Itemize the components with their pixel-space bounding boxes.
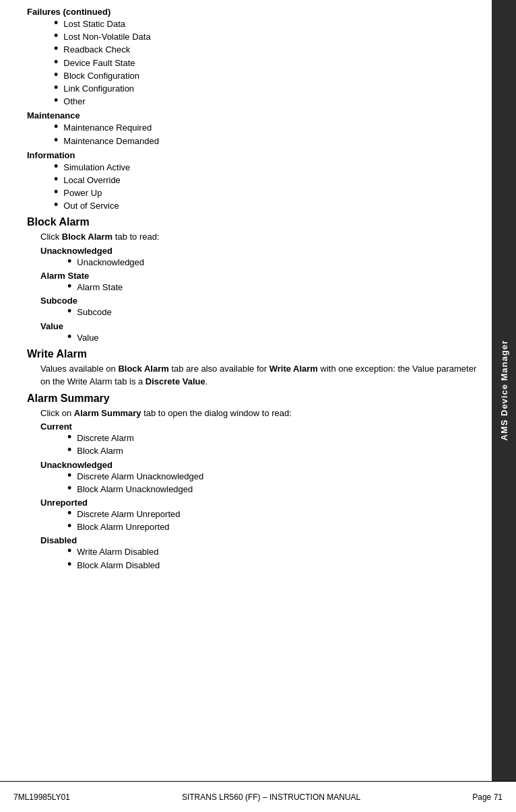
failures-continued-header: Failures (continued) [27, 7, 478, 17]
list-item: • Block Alarm Unacknowledged [27, 483, 478, 496]
bullet-dot: • [67, 520, 71, 532]
list-item: • Power Up [27, 187, 478, 199]
footer-center: SITRANS LR560 (FF) – INSTRUCTION MANUAL [182, 792, 360, 802]
disabled-list: • Write Alarm Disabled • Block Alarm Dis… [27, 546, 478, 571]
bullet-text: Link Configuration [63, 83, 134, 95]
disabled-header: Disabled [40, 535, 478, 545]
bullet-dot: • [67, 469, 71, 481]
bullet-text: Lost Static Data [63, 18, 125, 30]
bullet-dot: • [54, 42, 58, 55]
list-item: • Lost Static Data [27, 18, 478, 30]
subcode-list: • Subcode [27, 306, 478, 318]
value-header: Value [40, 321, 478, 331]
list-item: • Block Alarm Disabled [27, 560, 478, 572]
bullet-text: Block Alarm [77, 445, 123, 457]
list-item: • Out of Service [27, 200, 478, 212]
current-header: Current [40, 421, 478, 432]
bullet-text: Simulation Active [63, 162, 130, 174]
bullet-text: Discrete Alarm [77, 432, 134, 444]
bullet-dot: • [54, 134, 58, 146]
bullet-dot: • [54, 199, 58, 211]
bullet-dot: • [54, 17, 58, 29]
list-item: • Local Override [27, 174, 478, 187]
bullet-dot: • [54, 94, 58, 106]
list-item: • Readback Check [27, 44, 478, 56]
value-list: • Value [27, 332, 478, 344]
bullet-text: Alarm State [77, 281, 123, 294]
bullet-text: Block Alarm Disabled [77, 560, 160, 572]
bullet-dot: • [54, 160, 58, 172]
write-alarm-bold2: Write Alarm [269, 364, 318, 374]
list-item: • Simulation Active [27, 162, 478, 174]
alarm-summary-header: Alarm Summary [27, 393, 478, 405]
bullet-dot: • [67, 482, 71, 494]
bullet-text: Maintenance Required [63, 122, 152, 134]
bullet-dot: • [54, 30, 58, 42]
current-list: • Discrete Alarm • Block Alarm [27, 432, 478, 457]
bullet-text: Unacknowledged [77, 257, 144, 269]
alarm-summary-intro: Click on Alarm Summary tab to open the d… [40, 407, 478, 420]
list-item: • Subcode [27, 306, 478, 318]
subcode-header: Subcode [40, 296, 478, 306]
bullet-text: Discrete Alarm Unacknowledged [77, 471, 203, 483]
list-item: • Device Fault State [27, 57, 478, 69]
list-item: • Discrete Alarm Unacknowledged [27, 471, 478, 483]
bullet-text: Local Override [63, 174, 121, 187]
unacknowledged2-list: • Discrete Alarm Unacknowledged • Block … [27, 471, 478, 496]
intro-text-rest: tab to read: [112, 232, 159, 242]
alarm-state-header: Alarm State [40, 271, 478, 281]
bullet-dot: • [67, 431, 71, 443]
bullet-dot: • [67, 545, 71, 557]
bullet-text: Readback Check [63, 44, 130, 56]
bullet-text: Block Configuration [63, 70, 139, 82]
bullet-text: Power Up [63, 187, 102, 199]
bullet-dot: • [54, 69, 58, 81]
list-item: • Alarm State [27, 281, 478, 294]
information-list: • Simulation Active • Local Override • P… [27, 162, 478, 213]
bullet-text: Other [63, 96, 86, 108]
list-item: • Unacknowledged [27, 257, 478, 269]
write-alarm-text2: tab are also available for [169, 364, 269, 374]
bullet-text: Block Alarm Unreported [77, 521, 169, 533]
unreported-list: • Discrete Alarm Unreported • Block Alar… [27, 508, 478, 533]
footer-left: 7ML19985LY01 [13, 792, 70, 802]
bullet-text: Device Fault State [63, 57, 135, 69]
alarm-summary-bold1: Alarm Summary [74, 408, 141, 418]
bullet-text: Lost Non-Volatile Data [63, 31, 150, 43]
unacknowledged-list: • Unacknowledged [27, 257, 478, 269]
bullet-dot: • [67, 444, 71, 456]
alarm-summary-text1: Click on [40, 408, 74, 418]
unacknowledged2-header: Unacknowledged [40, 460, 478, 470]
list-item: • Block Alarm [27, 445, 478, 457]
unreported-header: Unreported [40, 498, 478, 508]
maintenance-header: Maintenance [27, 110, 478, 121]
bullet-text: Out of Service [63, 200, 119, 212]
block-alarm-bold-tab: Block Alarm [62, 232, 112, 242]
list-item: • Maintenance Demanded [27, 135, 478, 147]
bullet-text: Discrete Alarm Unreported [77, 508, 180, 520]
write-alarm-bold3: Discrete Value [146, 376, 205, 386]
footer-right: Page 71 [472, 792, 503, 802]
list-item: • Block Configuration [27, 70, 478, 82]
bullet-dot: • [54, 173, 58, 185]
write-alarm-bold1: Block Alarm [118, 364, 168, 374]
intro-text-click: Click [40, 232, 62, 242]
write-alarm-text1: Values available on [40, 364, 118, 374]
write-alarm-header: Write Alarm [27, 348, 478, 360]
bullet-text: Write Alarm Disabled [77, 546, 158, 558]
list-item: • Discrete Alarm [27, 432, 478, 444]
bullet-dot: • [54, 56, 58, 68]
bullet-dot: • [54, 81, 58, 94]
write-alarm-para: Values available on Block Alarm tab are … [40, 362, 478, 388]
alarm-state-list: • Alarm State [27, 281, 478, 294]
list-item: • Link Configuration [27, 83, 478, 95]
bullet-dot: • [54, 121, 58, 133]
bullet-dot: • [67, 305, 71, 317]
bullet-text: Subcode [77, 306, 111, 318]
bullet-text: Value [77, 332, 98, 344]
bullet-dot: • [54, 186, 58, 198]
alarm-summary-text2: tab to open the dialog window to read: [141, 408, 292, 418]
list-item: • Maintenance Required [27, 122, 478, 134]
maintenance-list: • Maintenance Required • Maintenance Dem… [27, 122, 478, 147]
sidebar: AMS Device Manager [492, 0, 516, 781]
